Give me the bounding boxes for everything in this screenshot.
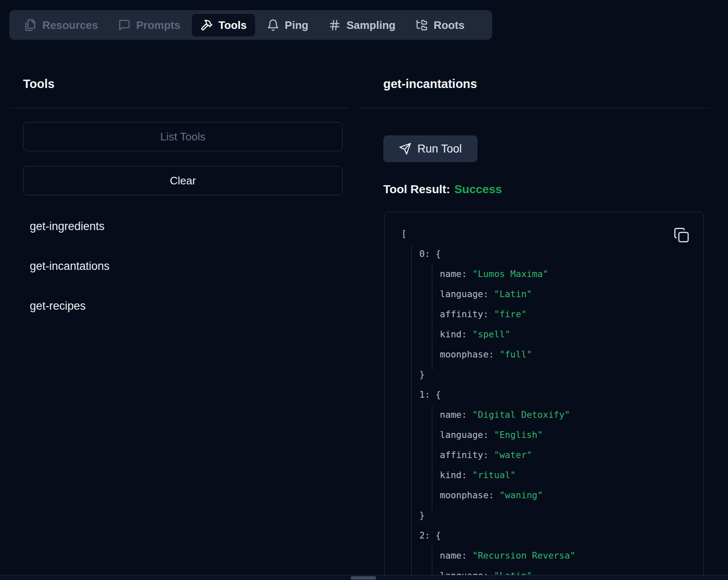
json-field-moonphase: moonphase: "waning" [401, 485, 699, 505]
json-item-header: 1: { [401, 385, 699, 405]
hammer-icon [200, 19, 213, 31]
tool-result-label: Tool Result: [383, 183, 450, 196]
json-content: [0: {name: "Lumos Maxima"language: "Lati… [401, 224, 699, 580]
json-field-name: name: "Lumos Maxima" [401, 264, 699, 284]
run-tool-button[interactable]: Run Tool [383, 135, 478, 162]
tab-label: Sampling [346, 20, 395, 31]
left-panel-divider [9, 108, 350, 108]
horizontal-scrollbar[interactable] [0, 575, 728, 580]
tab-label: Prompts [136, 20, 180, 31]
tab-tools[interactable]: Tools [192, 14, 255, 36]
tab-label: Ping [285, 20, 308, 31]
tab-label: Resources [42, 20, 98, 31]
json-field-language: language: "English" [401, 425, 699, 445]
json-open-bracket: [ [401, 224, 699, 244]
json-field-name: name: "Digital Detoxify" [401, 405, 699, 425]
send-icon [399, 142, 411, 155]
json-item-close: } [401, 505, 699, 526]
tool-list-item-get-recipes[interactable]: get-recipes [30, 296, 86, 316]
tab-roots[interactable]: Roots [407, 14, 473, 36]
tools-panel-title: Tools [23, 78, 54, 91]
tool-result-json-viewer: [0: {name: "Lumos Maxima"language: "Lati… [384, 212, 704, 580]
clear-button[interactable]: Clear [23, 166, 343, 195]
tab-ping[interactable]: Ping [258, 14, 317, 36]
json-field-name: name: "Recursion Reversa" [401, 546, 699, 566]
json-field-language: language: "Latin" [401, 284, 699, 304]
bell-icon [267, 19, 279, 31]
tool-list-item-get-incantations[interactable]: get-incantations [30, 256, 110, 276]
list-tools-button[interactable]: List Tools [23, 122, 343, 151]
tool-result-line: Tool Result:Success [383, 183, 502, 196]
files-icon [24, 19, 37, 31]
horizontal-scrollbar-thumb[interactable] [351, 576, 376, 580]
json-field-affinity: affinity: "water" [401, 445, 699, 465]
tool-list-item-get-ingredients[interactable]: get-ingredients [30, 216, 105, 236]
json-field-kind: kind: "ritual" [401, 465, 699, 485]
json-item-header: 2: { [401, 526, 699, 546]
chat-bubble-icon [118, 19, 131, 31]
tool-result-status: Success [454, 183, 502, 196]
folder-tree-icon [416, 19, 428, 31]
tab-label: Roots [434, 20, 465, 31]
json-item-close: } [401, 365, 699, 385]
app-root: ResourcesPromptsToolsPingSamplingRoots T… [0, 0, 728, 580]
selected-tool-title: get-incantations [383, 78, 477, 91]
json-field-moonphase: moonphase: "full" [401, 344, 699, 365]
json-field-kind: kind: "spell" [401, 324, 699, 344]
tab-label: Tools [218, 20, 246, 31]
tab-sampling[interactable]: Sampling [320, 14, 404, 36]
tab-prompts[interactable]: Prompts [110, 14, 188, 36]
right-panel-divider [359, 108, 711, 108]
run-tool-label: Run Tool [417, 142, 462, 155]
tab-resources[interactable]: Resources [16, 14, 106, 36]
json-item-header: 0: { [401, 244, 699, 264]
copy-icon[interactable] [673, 227, 690, 244]
hash-icon [328, 19, 341, 31]
json-field-affinity: affinity: "fire" [401, 304, 699, 324]
top-nav: ResourcesPromptsToolsPingSamplingRoots [9, 10, 492, 40]
